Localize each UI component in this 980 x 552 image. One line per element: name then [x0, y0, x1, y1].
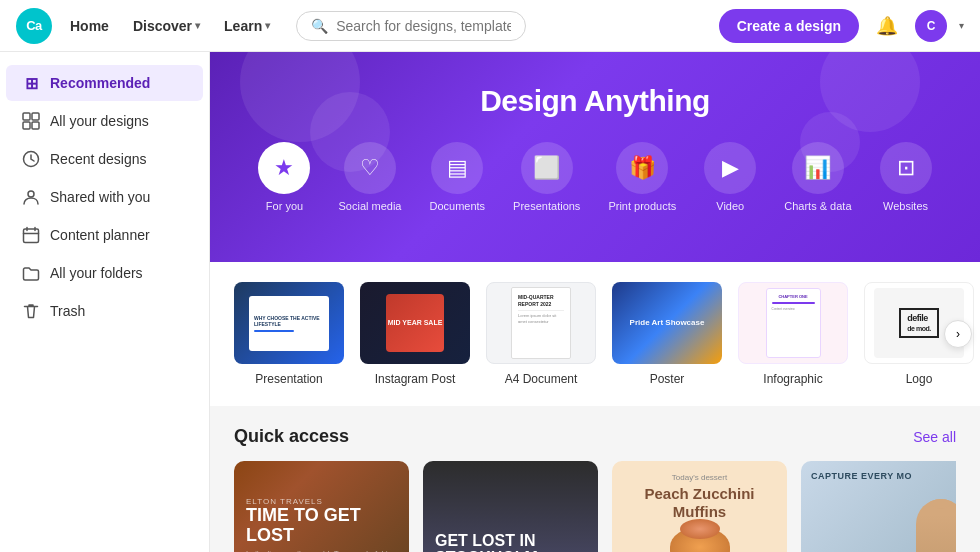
monitor-icon: ⬜ — [533, 155, 560, 181]
trash-icon — [22, 302, 40, 320]
shared-icon — [22, 188, 40, 206]
svg-point-5 — [28, 191, 34, 197]
hero-icon-print-products[interactable]: 🎁 Print products — [608, 142, 676, 212]
hero-icon-documents[interactable]: ▤ Documents — [429, 142, 485, 212]
sidebar-item-trash[interactable]: Trash — [6, 293, 203, 329]
video-icon: ▶ — [722, 155, 739, 181]
main-content: Design Anything ★ For you ♡ Social media — [210, 52, 980, 552]
hero-icon-charts-data[interactable]: 📊 Charts & data — [784, 142, 851, 212]
learn-nav-link[interactable]: Learn ▾ — [218, 14, 276, 38]
avatar[interactable]: C — [915, 10, 947, 42]
peach-card-title: Peach Zucchini Muffins — [622, 485, 777, 521]
hero-icon-websites[interactable]: ⊡ Websites — [880, 142, 932, 212]
template-card-instagram-post[interactable]: MID YEAR SALE Instagram Post — [360, 282, 470, 386]
template-card-infographic[interactable]: CHAPTER ONE Content overview Infographic — [738, 282, 848, 386]
home-nav-link[interactable]: Home — [64, 14, 115, 38]
search-bar[interactable]: 🔍 — [296, 11, 526, 41]
hero-icon-presentations[interactable]: ⬜ Presentations — [513, 142, 580, 212]
search-input[interactable] — [336, 18, 511, 34]
gift-icon: 🎁 — [629, 155, 656, 181]
peach-card-today-label: Today's dessert — [672, 473, 727, 482]
website-icon: ⊡ — [897, 155, 915, 181]
hero-banner: Design Anything ★ For you ♡ Social media — [210, 52, 980, 262]
quick-access-title: Quick access — [234, 426, 349, 447]
avatar-chevron-icon[interactable]: ▾ — [959, 20, 964, 31]
document-icon: ▤ — [447, 155, 468, 181]
template-card-poster[interactable]: Pride Art Showcase Poster — [612, 282, 722, 386]
hero-icon-video[interactable]: ▶ Video — [704, 142, 756, 212]
svg-rect-0 — [23, 113, 30, 120]
quick-access-card-time-to-get-lost[interactable]: Elton Travels TIME TO GET LOST Let's dis… — [234, 461, 409, 552]
quick-access-card-capture-moment[interactable]: CAPTURE EVERY MO — [801, 461, 956, 552]
create-design-button[interactable]: Create a design — [719, 9, 859, 43]
hero-icon-social-media[interactable]: ♡ Social media — [338, 142, 401, 212]
svg-rect-6 — [24, 229, 39, 243]
sidebar-item-content-planner[interactable]: Content planner — [6, 217, 203, 253]
notifications-button[interactable]: 🔔 — [871, 10, 903, 42]
template-card-presentation[interactable]: WHY CHOOSE THE ACTIVE LIFESTYLE Presenta… — [234, 282, 344, 386]
svg-rect-1 — [32, 113, 39, 120]
folders-icon — [22, 264, 40, 282]
sidebar-item-shared[interactable]: Shared with you — [6, 179, 203, 215]
svg-rect-3 — [32, 122, 39, 129]
content-planner-icon — [22, 226, 40, 244]
quick-access-card-get-lost-stockholm[interactable]: GET LOST IN STOCKHOLM — [423, 461, 598, 552]
hero-title: Design Anything — [480, 84, 710, 118]
hero-icon-row: ★ For you ♡ Social media ▤ Documents — [258, 142, 931, 212]
star-icon: ★ — [274, 155, 294, 181]
quick-access-cards: Elton Travels TIME TO GET LOST Let's dis… — [234, 461, 956, 552]
heart-icon: ♡ — [360, 155, 380, 181]
learn-chevron-icon: ▾ — [265, 20, 270, 31]
canva-logo[interactable]: Ca — [16, 8, 52, 44]
template-card-a4-document[interactable]: MID-QUARTER REPORT 2022 Lorem ipsum dolo… — [486, 282, 596, 386]
recommended-icon: ⊞ — [22, 74, 40, 92]
all-designs-icon — [22, 112, 40, 130]
sidebar: ⊞ Recommended All your designs Recent de… — [0, 52, 210, 552]
svg-rect-2 — [23, 122, 30, 129]
discover-chevron-icon: ▾ — [195, 20, 200, 31]
quick-access-section: Quick access See all Elton Travels TIME … — [210, 406, 980, 552]
sidebar-item-recommended[interactable]: ⊞ Recommended — [6, 65, 203, 101]
sidebar-item-all-designs[interactable]: All your designs — [6, 103, 203, 139]
templates-section: WHY CHOOSE THE ACTIVE LIFESTYLE Presenta… — [210, 262, 980, 406]
search-icon: 🔍 — [311, 18, 328, 34]
capture-label: CAPTURE EVERY MO — [811, 471, 956, 483]
sidebar-item-recent[interactable]: Recent designs — [6, 141, 203, 177]
templates-next-arrow[interactable]: › — [944, 320, 972, 348]
quick-access-card-peach-zucchini[interactable]: Today's dessert Peach Zucchini Muffins — [612, 461, 787, 552]
top-navigation: Ca Home Discover ▾ Learn ▾ 🔍 Create a de… — [0, 0, 980, 52]
chart-icon: 📊 — [804, 155, 831, 181]
see-all-link[interactable]: See all — [913, 429, 956, 445]
discover-nav-link[interactable]: Discover ▾ — [127, 14, 206, 38]
sidebar-item-folders[interactable]: All your folders — [6, 255, 203, 291]
hero-icon-for-you[interactable]: ★ For you — [258, 142, 310, 212]
recent-icon — [22, 150, 40, 168]
